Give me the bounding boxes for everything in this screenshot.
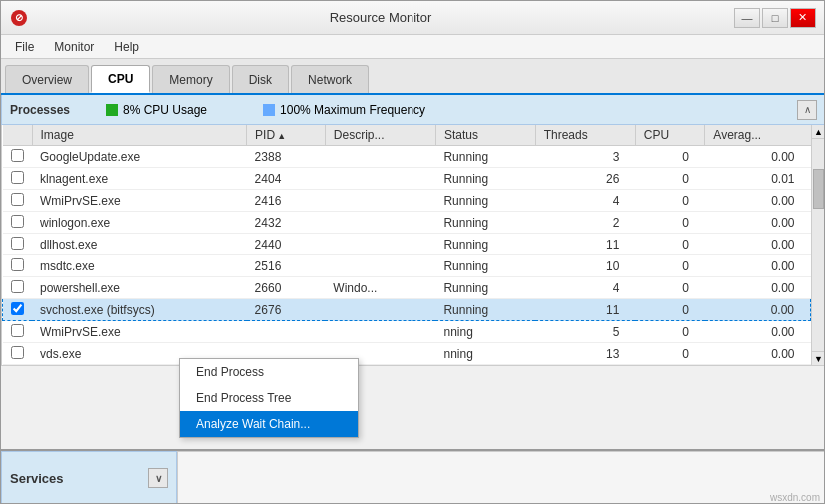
row-image: winlogon.exe [32,212,247,234]
table-row[interactable]: GoogleUpdate.exe 2388 Running 3 0 0.00 [3,146,811,168]
row-status: Running [435,299,535,321]
table-row[interactable]: dllhost.exe 2440 Running 11 0 0.00 [3,234,811,255]
row-image: dllhost.exe [32,234,247,255]
row-checkbox[interactable] [3,299,33,321]
freq-indicator: 100% Maximum Frequency [263,103,425,117]
row-avg: 0.01 [705,168,811,190]
row-checkbox[interactable] [3,234,33,255]
row-avg: 0.00 [705,190,811,212]
row-avg: 0.00 [705,146,811,168]
row-cpu: 0 [635,212,705,234]
menu-file[interactable]: File [7,38,42,56]
freq-label: 100% Maximum Frequency [280,103,425,117]
tab-network[interactable]: Network [291,65,369,93]
row-threads: 13 [535,343,635,365]
table-row[interactable]: WmiPrvSE.exe nning 5 0 0.00 [3,321,811,343]
context-end-process[interactable]: End Process [180,359,358,385]
menu-monitor[interactable]: Monitor [46,38,102,56]
services-title: Services [10,471,64,486]
row-desc [325,190,435,212]
tab-disk[interactable]: Disk [232,65,289,93]
col-avg[interactable]: Averag... [705,125,811,146]
tab-cpu[interactable]: CPU [91,65,150,93]
table-row[interactable]: winlogon.exe 2432 Running 2 0 0.00 [3,212,811,234]
services-section: Services ∨ [1,451,177,504]
row-avg: 0.00 [705,277,811,299]
expand-services-button[interactable]: ∨ [148,468,168,488]
context-analyze-wait-chain[interactable]: Analyze Wait Chain... [180,411,358,437]
scroll-thumb[interactable] [813,169,824,209]
row-status: nning [435,321,535,343]
row-pid: 2676 [247,299,326,321]
row-image: powershell.exe [32,277,247,299]
maximize-button[interactable]: □ [762,8,788,28]
processes-table-container: Image PID▲ Descrip... Status Threads CPU… [1,125,825,366]
menu-bar: File Monitor Help [1,35,825,59]
col-cpu[interactable]: CPU [635,125,705,146]
table-row[interactable]: msdtc.exe 2516 Running 10 0 0.00 [3,255,811,277]
row-cpu: 0 [635,321,705,343]
row-status: Running [435,190,535,212]
row-avg: 0.00 [705,212,811,234]
collapse-processes-button[interactable]: ∧ [797,100,817,120]
row-avg: 0.00 [705,234,811,255]
row-desc [325,168,435,190]
row-pid: 2432 [247,212,326,234]
row-checkbox[interactable] [3,146,33,168]
menu-help[interactable]: Help [106,38,147,56]
row-status: Running [435,277,535,299]
row-threads: 4 [535,190,635,212]
row-pid: 2388 [247,146,326,168]
watermark: wsxdn.com [770,492,820,503]
app-icon: ⊘ [11,10,27,26]
row-cpu: 0 [635,190,705,212]
row-cpu: 0 [635,255,705,277]
table-row[interactable]: svchost.exe (bitfsycs) 2676 Running 11 0… [3,299,811,321]
close-button[interactable]: ✕ [790,8,816,28]
row-checkbox[interactable] [3,255,33,277]
row-cpu: 0 [635,146,705,168]
row-checkbox[interactable] [3,212,33,234]
minimize-button[interactable]: — [734,8,760,28]
col-status[interactable]: Status [435,125,535,146]
cpu-dot [106,104,118,116]
row-checkbox[interactable] [3,321,33,343]
row-avg: 0.00 [705,343,811,365]
row-status: nning [435,343,535,365]
row-pid [247,321,326,343]
context-end-process-tree[interactable]: End Process Tree [180,385,358,411]
vertical-scrollbar[interactable]: ▲ ▼ [811,125,825,365]
table-row[interactable]: powershell.exe 2660 Windo... Running 4 0… [3,277,811,299]
row-pid: 2660 [247,277,326,299]
table-row[interactable]: vds.exe nning 13 0 0.00 [3,343,811,365]
row-image: WmiPrvSE.exe [32,321,247,343]
row-image: GoogleUpdate.exe [32,146,247,168]
row-image: msdtc.exe [32,255,247,277]
col-threads[interactable]: Threads [535,125,635,146]
row-checkbox[interactable] [3,190,33,212]
col-checkbox [3,125,33,146]
row-image: WmiPrvSE.exe [32,190,247,212]
col-desc[interactable]: Descrip... [325,125,435,146]
row-cpu: 0 [635,277,705,299]
table-row[interactable]: klnagent.exe 2404 Running 26 0 0.01 [3,168,811,190]
col-image[interactable]: Image [32,125,247,146]
row-pid: 2404 [247,168,326,190]
freq-dot [263,104,275,116]
row-status: Running [435,234,535,255]
col-pid[interactable]: PID▲ [247,125,326,146]
processes-table: Image PID▲ Descrip... Status Threads CPU… [2,125,811,365]
row-checkbox[interactable] [3,277,33,299]
table-row[interactable]: WmiPrvSE.exe 2416 Running 4 0 0.00 [3,190,811,212]
row-threads: 2 [535,212,635,234]
tab-overview[interactable]: Overview [5,65,89,93]
tab-memory[interactable]: Memory [152,65,229,93]
tabs-bar: Overview CPU Memory Disk Network [1,59,825,95]
row-desc [325,146,435,168]
row-checkbox[interactable] [3,168,33,190]
row-avg: 0.00 [705,299,811,321]
row-checkbox[interactable] [3,343,33,365]
row-desc [325,255,435,277]
row-cpu: 0 [635,234,705,255]
cpu-usage-label: 8% CPU Usage [123,103,207,117]
